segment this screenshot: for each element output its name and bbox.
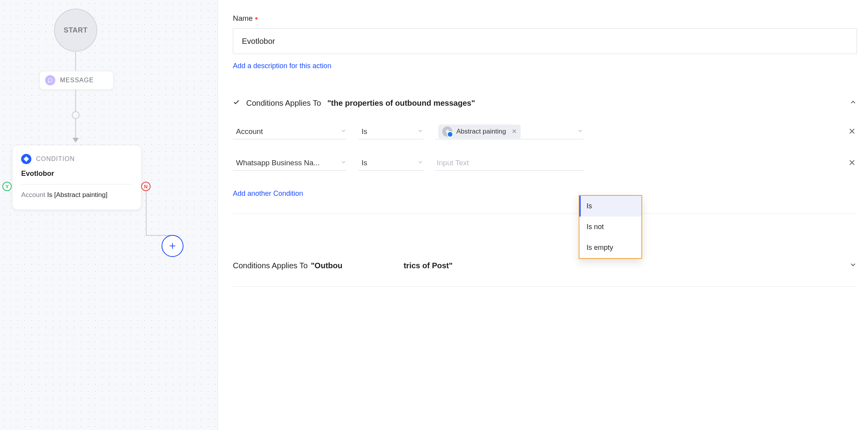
condition-field-select[interactable]: Whatsapp Business Na... (233, 155, 347, 171)
condition-node[interactable]: CONDITION Evotlobor Account Is [Abstract… (12, 145, 142, 210)
connector-handle[interactable] (72, 111, 80, 119)
chevron-down-icon (340, 159, 347, 167)
condition-field-select[interactable]: Account (233, 124, 347, 139)
chevron-up-icon (849, 98, 857, 108)
operator-option[interactable]: Is not (579, 217, 641, 237)
divider (21, 184, 133, 184)
section-target-a: "Outbou (311, 261, 343, 270)
chevron-down-icon (340, 127, 347, 136)
no-port[interactable]: N (141, 182, 151, 191)
section-prefix: Conditions Applies To (233, 261, 308, 270)
chevron-down-icon (417, 127, 423, 136)
workflow-canvas[interactable]: START MESSAGE CONDITION Evotlobor Accoun… (0, 0, 218, 430)
divider (233, 213, 857, 214)
start-node[interactable]: START (54, 9, 97, 52)
operator-dropdown: Is Is not Is empty (579, 195, 642, 259)
add-node-button[interactable] (162, 235, 183, 257)
condition-rule-summary: Account Is [Abstract painting] (21, 190, 133, 200)
message-node[interactable]: MESSAGE (39, 71, 114, 90)
add-description-link[interactable]: Add a description for this action (233, 62, 331, 70)
chevron-down-icon (577, 127, 583, 136)
conditions-section-header[interactable]: Conditions Applies To "Outbou trics of P… (233, 261, 857, 271)
rule-value: [Abstract painting] (54, 191, 107, 199)
conditions-section-header[interactable]: Conditions Applies To "the properties of… (233, 98, 857, 108)
check-icon (233, 99, 240, 108)
section-prefix: Conditions Applies To (246, 99, 321, 108)
connector (146, 191, 173, 235)
required-indicator (255, 17, 258, 20)
chevron-down-icon (417, 159, 423, 167)
remove-condition-button[interactable]: ✕ (847, 156, 857, 170)
operator-option[interactable]: Is empty (579, 237, 641, 258)
start-label: START (64, 26, 87, 34)
rule-op: Is (47, 191, 52, 199)
yes-port[interactable]: Y (2, 182, 12, 191)
remove-chip-button[interactable]: ✕ (512, 128, 517, 135)
section-target-b: trics of Post" (403, 261, 452, 270)
config-panel: Name Add a description for this action C… (218, 0, 868, 430)
operator-option[interactable]: Is (579, 196, 641, 217)
divider (233, 286, 857, 287)
condition-value-select[interactable]: Abstract painting ✕ (435, 124, 583, 139)
rule-field: Account (21, 191, 45, 199)
condition-value-input[interactable] (435, 155, 583, 171)
section-target: "the properties of outbound messages" (327, 99, 475, 108)
value-chip: Abstract painting ✕ (438, 125, 521, 139)
name-field-label: Name (233, 14, 857, 23)
condition-row: Whatsapp Business Na... Is ✕ (233, 155, 857, 171)
condition-operator-select[interactable]: Is (358, 155, 423, 171)
condition-icon (21, 154, 31, 164)
message-label: MESSAGE (60, 77, 94, 84)
account-pin-icon (442, 126, 452, 137)
arrow-icon (73, 138, 79, 143)
add-condition-link[interactable]: Add another Condition (233, 190, 303, 198)
chevron-down-icon (849, 261, 857, 271)
condition-name: Evotlobor (21, 170, 133, 178)
condition-type-label: CONDITION (36, 155, 75, 163)
condition-operator-select[interactable]: Is (358, 124, 423, 139)
remove-condition-button[interactable]: ✕ (847, 125, 857, 138)
condition-row: Account Is Abstract painting ✕ (233, 124, 857, 139)
name-input[interactable] (233, 28, 857, 54)
connector (75, 52, 76, 71)
message-icon (45, 75, 55, 85)
